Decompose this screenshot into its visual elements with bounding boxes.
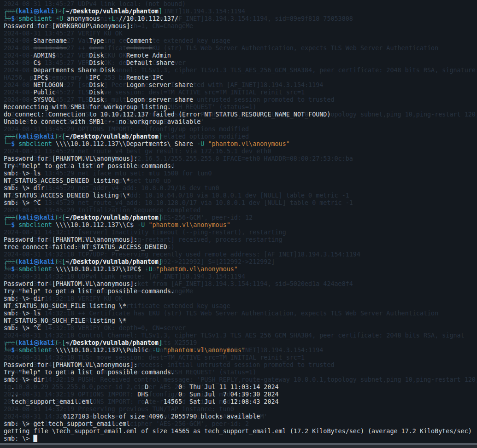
text-segment: NT_STATUS_ACCESS_DENIED listing \* <box>4 177 130 184</box>
text-segment: -U <box>145 266 152 273</box>
text-segment: "phantom.vl\anonymous" <box>208 140 289 147</box>
terminal-row-7: ADMIN$ Disk Remote Admin <box>4 52 472 59</box>
terminal-row-44: smb: \> ^C <box>4 325 472 332</box>
text-segment: SYSVOL Disk Logon server share <box>4 96 193 103</box>
text-segment: Password for [PHANTOM.VL\anonymous]: <box>4 155 137 162</box>
text-segment: smbclient <box>18 140 52 147</box>
terminal-row-40: smb: \> dir <box>4 295 472 303</box>
text-segment: -L <box>108 15 115 22</box>
terminal-row-16: Unable to connect with SMB1 -- no workgr… <box>4 118 472 126</box>
foreground-text-layer: ┌──(kali㉿kali)-[~/Desktop/vulnlab/phanto… <box>4 0 472 442</box>
text-segment: )-[ <box>54 8 65 15</box>
terminal-row-26: NT_STATUS_ACCESS_DENIED listing \* <box>4 192 472 199</box>
text-segment: ~/Desktop/vulnlab/phantom <box>65 214 159 221</box>
text-segment: Password for [PHANTOM.VL\anonymous]: <box>4 280 137 287</box>
terminal-row-59: smb: \> █ <box>4 435 472 442</box>
text-segment: smb: \> ^C <box>4 199 41 206</box>
text-segment: ㉿ <box>34 214 40 221</box>
text-segment: ] <box>159 214 162 221</box>
text-segment: kali <box>40 339 54 346</box>
text-segment: └─ <box>4 15 11 22</box>
terminal-cursor: █ <box>34 435 37 442</box>
text-segment: smb: \> dir <box>4 295 45 302</box>
terminal-row-12: Public Disk <box>4 89 472 96</box>
terminal-row-33: tree connect failed: NT_STATUS_ACCESS_DE… <box>4 244 472 251</box>
text-segment: smbclient <box>18 15 52 22</box>
terminal-row-42: smb: \> ls <box>4 310 472 317</box>
terminal-row-15: do_connect: Connection to 10.10.112.137 … <box>4 111 472 118</box>
terminal-row-5: Sharename Type Comment <box>4 37 472 45</box>
terminal-row-4 <box>4 30 472 37</box>
terminal-row-8: C$ Disk Default share <box>4 59 472 67</box>
text-segment: smbclient <box>18 347 52 354</box>
text-segment: IPC$ IPC Remote IPC <box>4 74 164 81</box>
text-segment: Try "help" to get a list of possible com… <box>4 288 175 295</box>
terminal-row-35: ┌──(kali㉿kali)-[~/Desktop/vulnlab/phanto… <box>4 258 472 266</box>
text-segment: .. DHS 0 Sun Jul 7 04:39:30 2024 <box>4 391 279 398</box>
text-segment: kali <box>40 133 54 140</box>
text-segment: ~/Desktop/vulnlab/phantom <box>65 258 159 265</box>
terminal-row-19: └─$ smbclient \\\\10.10.112.137\\Departm… <box>4 140 472 148</box>
text-segment: $ <box>11 347 15 354</box>
terminal-row-57: smb: \> get tech_support_email.eml <box>4 420 472 428</box>
text-segment: kali <box>40 214 54 221</box>
terminal-row-21: Password for [PHANTOM.VL\anonymous]: <box>4 155 472 163</box>
text-segment: "phantom.vl\anonymous" <box>164 347 245 354</box>
text-segment: $ <box>11 140 15 147</box>
terminal-row-51: smb: \> dir <box>4 376 472 384</box>
text-segment: smb: \> get tech_support_email.eml <box>4 420 130 427</box>
text-segment: \\\\10.10.112.137\\C$ <box>52 221 137 228</box>
text-segment: "phantom.vl\anonymous" <box>148 221 230 228</box>
terminal-row-49: Password for [PHANTOM.VL\anonymous]: <box>4 361 472 369</box>
text-segment: └─ <box>4 140 11 147</box>
terminal-row-30: └─$ smbclient \\\\10.10.112.137\\C$ -U "… <box>4 221 472 229</box>
text-segment: ───────── ──── ─────── <box>4 45 152 52</box>
text-segment: └─ <box>4 266 11 273</box>
text-segment: ] <box>159 339 162 346</box>
text-segment: smbclient <box>18 221 52 228</box>
text-segment: smbclient <box>18 266 52 273</box>
terminal-row-39: Try "help" to get a list of possible com… <box>4 288 472 295</box>
terminal-row-0 <box>4 0 472 8</box>
terminal-screen[interactable]: 2024-08-31 13:45:27 UDPv4 link local: (n… <box>0 0 477 442</box>
terminal-row-6: ───────── ──── ─────── <box>4 45 472 52</box>
terminal-row-20 <box>4 148 472 155</box>
terminal-row-46: ┌──(kali㉿kali)-[~/Desktop/vulnlab/phanto… <box>4 339 472 347</box>
terminal-row-32: Password for [PHANTOM.VL\anonymous]: <box>4 236 472 244</box>
text-segment: ~/Desktop/vulnlab/phantom <box>65 339 159 346</box>
text-segment: do_connect: Connection to 10.10.112.137 … <box>4 111 330 118</box>
terminal-row-17 <box>4 126 472 133</box>
text-segment: kali <box>18 8 33 15</box>
text-segment: ┌──( <box>4 258 18 265</box>
terminal-row-52: . D 0 Thu Jul 11 11:03:14 2024 <box>4 384 472 391</box>
text-segment: Password for [WORKGROUP\anonymous]: <box>4 23 134 29</box>
text-segment: NETLOGON Disk Logon server share <box>4 81 193 88</box>
text-segment: -U <box>56 15 63 22</box>
text-segment: ] <box>159 8 162 15</box>
text-segment: anonymous <box>63 15 108 22</box>
terminal-row-58: getting file \tech_support_email.eml of … <box>4 428 472 435</box>
terminal-row-1: ┌──(kali㉿kali)-[~/Desktop/vulnlab/phanto… <box>4 8 472 15</box>
text-segment: 6127103 blocks of size 4096. 2055790 blo… <box>4 413 260 420</box>
terminal-row-41: NT_STATUS_NO_SUCH_FILE listing \* <box>4 303 472 310</box>
terminal-row-43: NT_STATUS_NO_SUCH_FILE listing \* <box>4 317 472 325</box>
text-segment: Departments Share Disk <box>4 67 137 74</box>
text-segment: getting file \tech_support_email.eml of … <box>4 428 472 435</box>
text-segment: └─ <box>4 347 11 354</box>
text-segment: C$ Disk Default share <box>4 59 175 66</box>
text-segment: $ <box>11 15 15 22</box>
terminal-row-37 <box>4 273 472 280</box>
text-segment: kali <box>18 258 33 265</box>
text-segment: kali <box>18 214 33 221</box>
text-segment: kali <box>18 339 33 346</box>
terminal-row-25: smb: \> dir <box>4 185 472 192</box>
text-segment: ┌──( <box>4 133 18 140</box>
terminal-row-3: Password for [WORKGROUP\anonymous]: <box>4 23 472 30</box>
text-segment: Password for [PHANTOM.VL\anonymous]: <box>4 361 137 368</box>
text-segment <box>152 266 156 273</box>
terminal-row-55 <box>4 406 472 413</box>
terminal-row-47: └─$ smbclient \\\\10.10.112.137\\Public … <box>4 347 472 354</box>
terminal-row-31 <box>4 229 472 236</box>
text-segment: //10.10.112.137/ <box>115 15 178 22</box>
text-segment: NT_STATUS_NO_SUCH_FILE listing \* <box>4 317 126 324</box>
